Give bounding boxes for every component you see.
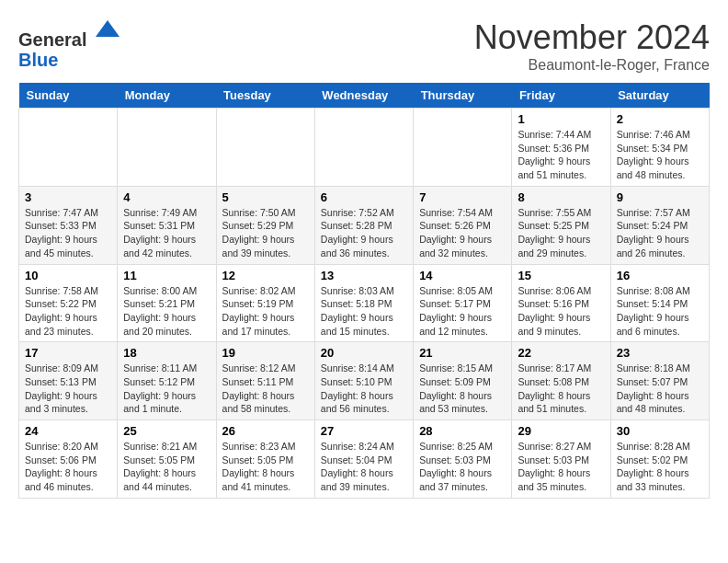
- day-cell: [414, 109, 512, 187]
- day-cell: 14Sunrise: 8:05 AMSunset: 5:17 PMDayligh…: [414, 264, 512, 342]
- day-number: 20: [321, 346, 407, 360]
- column-header-tuesday: Tuesday: [216, 83, 314, 109]
- week-row-2: 10Sunrise: 7:58 AMSunset: 5:22 PMDayligh…: [19, 264, 710, 342]
- day-info: Sunrise: 8:17 AMSunset: 5:08 PMDaylight:…: [518, 362, 604, 416]
- day-cell: 1Sunrise: 7:44 AMSunset: 5:36 PMDaylight…: [512, 109, 610, 187]
- day-number: 4: [123, 190, 210, 204]
- week-row-4: 24Sunrise: 8:20 AMSunset: 5:06 PMDayligh…: [19, 420, 710, 499]
- day-info: Sunrise: 8:18 AMSunset: 5:07 PMDaylight:…: [617, 362, 703, 416]
- day-info: Sunrise: 7:49 AMSunset: 5:31 PMDaylight:…: [123, 206, 210, 260]
- day-number: 17: [25, 346, 111, 360]
- day-number: 3: [25, 190, 111, 204]
- day-info: Sunrise: 7:55 AMSunset: 5:25 PMDaylight:…: [518, 206, 604, 260]
- day-cell: [314, 109, 413, 187]
- day-number: 9: [617, 190, 703, 204]
- day-number: 15: [518, 269, 604, 282]
- day-number: 12: [222, 269, 309, 282]
- day-info: Sunrise: 7:52 AMSunset: 5:28 PMDaylight:…: [321, 206, 407, 260]
- logo-icon: [94, 18, 121, 46]
- day-number: 16: [617, 269, 703, 282]
- day-cell: 13Sunrise: 8:03 AMSunset: 5:18 PMDayligh…: [314, 264, 413, 342]
- column-header-thursday: Thursday: [414, 83, 512, 109]
- day-number: 10: [25, 269, 111, 282]
- day-info: Sunrise: 8:11 AMSunset: 5:12 PMDaylight:…: [123, 362, 210, 416]
- day-number: 1: [518, 112, 604, 126]
- day-cell: 23Sunrise: 8:18 AMSunset: 5:07 PMDayligh…: [610, 342, 709, 420]
- day-cell: 7Sunrise: 7:54 AMSunset: 5:26 PMDaylight…: [414, 186, 512, 264]
- title-area: November 2024 Beaumont-le-Roger, France: [474, 18, 710, 74]
- day-cell: 19Sunrise: 8:12 AMSunset: 5:11 PMDayligh…: [216, 342, 314, 420]
- day-info: Sunrise: 7:46 AMSunset: 5:34 PMDaylight:…: [617, 128, 703, 182]
- day-cell: 6Sunrise: 7:52 AMSunset: 5:28 PMDaylight…: [314, 186, 413, 264]
- day-number: 11: [123, 269, 210, 282]
- day-number: 23: [617, 346, 703, 360]
- month-title: November 2024: [474, 18, 710, 57]
- day-cell: 4Sunrise: 7:49 AMSunset: 5:31 PMDaylight…: [118, 186, 216, 264]
- day-cell: 25Sunrise: 8:21 AMSunset: 5:05 PMDayligh…: [118, 420, 216, 499]
- day-info: Sunrise: 8:15 AMSunset: 5:09 PMDaylight:…: [419, 362, 506, 416]
- day-number: 8: [518, 190, 604, 204]
- day-info: Sunrise: 8:06 AMSunset: 5:16 PMDaylight:…: [518, 284, 604, 339]
- day-info: Sunrise: 8:02 AMSunset: 5:19 PMDaylight:…: [222, 284, 309, 339]
- svg-marker-0: [96, 20, 119, 37]
- page-header: General Blue November 2024 Beaumont-le-R…: [18, 18, 710, 74]
- day-number: 30: [617, 424, 703, 438]
- day-info: Sunrise: 7:50 AMSunset: 5:29 PMDaylight:…: [222, 206, 309, 260]
- day-cell: 30Sunrise: 8:28 AMSunset: 5:02 PMDayligh…: [610, 420, 709, 499]
- day-number: 5: [222, 190, 309, 204]
- day-cell: 5Sunrise: 7:50 AMSunset: 5:29 PMDaylight…: [216, 186, 314, 264]
- day-info: Sunrise: 8:24 AMSunset: 5:04 PMDaylight:…: [321, 440, 407, 494]
- day-cell: 10Sunrise: 7:58 AMSunset: 5:22 PMDayligh…: [19, 264, 118, 342]
- day-number: 26: [222, 424, 309, 438]
- day-cell: 12Sunrise: 8:02 AMSunset: 5:19 PMDayligh…: [216, 264, 314, 342]
- day-number: 6: [321, 190, 407, 204]
- day-number: 22: [518, 346, 604, 360]
- week-row-3: 17Sunrise: 8:09 AMSunset: 5:13 PMDayligh…: [19, 342, 710, 420]
- week-row-0: 1Sunrise: 7:44 AMSunset: 5:36 PMDaylight…: [19, 109, 710, 187]
- day-cell: 9Sunrise: 7:57 AMSunset: 5:24 PMDaylight…: [610, 186, 709, 264]
- day-number: 18: [123, 346, 210, 360]
- day-info: Sunrise: 8:09 AMSunset: 5:13 PMDaylight:…: [25, 362, 111, 416]
- day-cell: 28Sunrise: 8:25 AMSunset: 5:03 PMDayligh…: [414, 420, 512, 499]
- day-number: 28: [419, 424, 506, 438]
- day-number: 29: [518, 424, 604, 438]
- calendar-table: SundayMondayTuesdayWednesdayThursdayFrid…: [18, 83, 710, 499]
- day-cell: 21Sunrise: 8:15 AMSunset: 5:09 PMDayligh…: [414, 342, 512, 420]
- day-info: Sunrise: 8:20 AMSunset: 5:06 PMDaylight:…: [25, 440, 111, 494]
- column-header-sunday: Sunday: [19, 83, 118, 109]
- day-info: Sunrise: 7:44 AMSunset: 5:36 PMDaylight:…: [518, 128, 604, 182]
- day-info: Sunrise: 8:05 AMSunset: 5:17 PMDaylight:…: [419, 284, 506, 339]
- day-cell: 2Sunrise: 7:46 AMSunset: 5:34 PMDaylight…: [610, 109, 709, 187]
- day-info: Sunrise: 8:12 AMSunset: 5:11 PMDaylight:…: [222, 362, 309, 416]
- column-header-saturday: Saturday: [610, 83, 709, 109]
- day-cell: 24Sunrise: 8:20 AMSunset: 5:06 PMDayligh…: [19, 420, 118, 499]
- day-number: 19: [222, 346, 309, 360]
- day-info: Sunrise: 8:00 AMSunset: 5:21 PMDaylight:…: [123, 284, 210, 339]
- day-info: Sunrise: 8:23 AMSunset: 5:05 PMDaylight:…: [222, 440, 309, 494]
- day-info: Sunrise: 7:47 AMSunset: 5:33 PMDaylight:…: [25, 206, 111, 260]
- day-info: Sunrise: 8:08 AMSunset: 5:14 PMDaylight:…: [617, 284, 703, 339]
- day-cell: 3Sunrise: 7:47 AMSunset: 5:33 PMDaylight…: [19, 186, 118, 264]
- day-cell: [216, 109, 314, 187]
- day-info: Sunrise: 8:03 AMSunset: 5:18 PMDaylight:…: [321, 284, 407, 339]
- day-info: Sunrise: 7:58 AMSunset: 5:22 PMDaylight:…: [25, 284, 111, 339]
- location-title: Beaumont-le-Roger, France: [474, 57, 710, 74]
- column-header-wednesday: Wednesday: [314, 83, 413, 109]
- day-cell: 8Sunrise: 7:55 AMSunset: 5:25 PMDaylight…: [512, 186, 610, 264]
- calendar-header-row: SundayMondayTuesdayWednesdayThursdayFrid…: [19, 83, 710, 109]
- day-cell: [19, 109, 118, 187]
- day-number: 25: [123, 424, 210, 438]
- day-number: 14: [419, 269, 506, 282]
- day-number: 7: [419, 190, 506, 204]
- day-cell: 20Sunrise: 8:14 AMSunset: 5:10 PMDayligh…: [314, 342, 413, 420]
- day-cell: 29Sunrise: 8:27 AMSunset: 5:03 PMDayligh…: [512, 420, 610, 499]
- column-header-friday: Friday: [512, 83, 610, 109]
- day-cell: 11Sunrise: 8:00 AMSunset: 5:21 PMDayligh…: [118, 264, 216, 342]
- day-cell: 15Sunrise: 8:06 AMSunset: 5:16 PMDayligh…: [512, 264, 610, 342]
- day-info: Sunrise: 8:21 AMSunset: 5:05 PMDaylight:…: [123, 440, 210, 494]
- day-number: 2: [617, 112, 703, 126]
- day-info: Sunrise: 7:57 AMSunset: 5:24 PMDaylight:…: [617, 206, 703, 260]
- day-info: Sunrise: 8:28 AMSunset: 5:02 PMDaylight:…: [617, 440, 703, 494]
- day-cell: 22Sunrise: 8:17 AMSunset: 5:08 PMDayligh…: [512, 342, 610, 420]
- logo-blue-text: Blue: [18, 50, 58, 70]
